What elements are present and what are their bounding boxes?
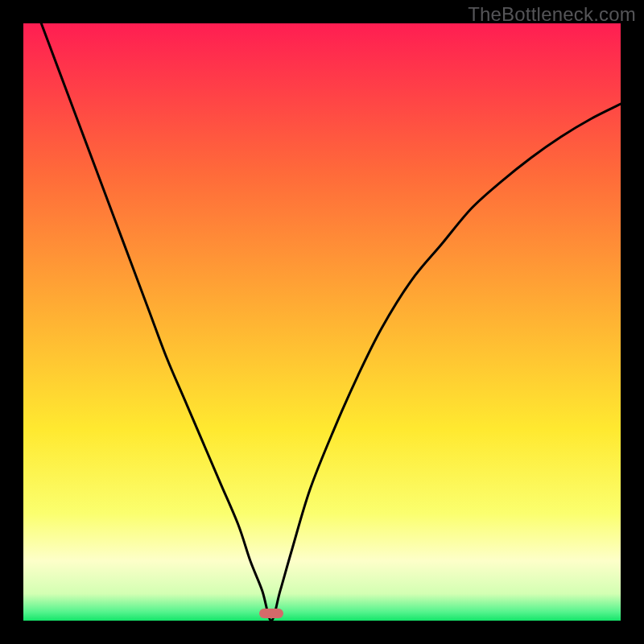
plot-area (23, 23, 621, 621)
chart-frame: TheBottleneck.com (0, 0, 644, 644)
minimum-marker (259, 609, 283, 618)
chart-svg (23, 23, 621, 621)
watermark-text: TheBottleneck.com (468, 3, 636, 26)
chart-background-gradient (23, 23, 621, 621)
